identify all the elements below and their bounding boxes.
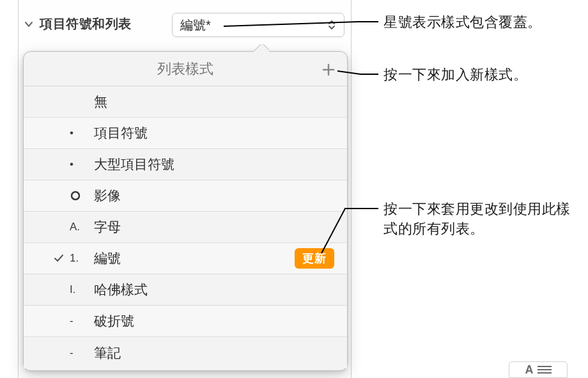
list-item[interactable]: A. 字母 [24,212,347,243]
bullet-marker: A. [70,221,94,233]
text-a-icon: A [525,363,534,377]
popover-header: 列表樣式 [24,52,347,86]
update-style-button[interactable]: 更新 [295,248,334,269]
bullet-marker: 1. [70,252,94,265]
checkmark-icon [48,253,70,264]
image-bullet-icon [70,190,94,201]
list-item[interactable]: - 破折號 [24,306,347,337]
style-label: 筆記 [94,344,334,362]
bullet-marker: • [70,127,94,139]
list-item[interactable]: • 大型項目符號 [24,149,347,180]
bullet-marker: - [70,315,94,327]
style-label: 破折號 [94,312,334,330]
dropdown-value: 編號* [180,17,327,34]
text-format-button[interactable]: A [509,361,568,378]
callout-update-all: 按一下來套用更改到使用此樣式的所有列表。 [383,200,582,239]
style-label: 編號 [94,249,295,267]
chevron-up-down-icon [327,19,336,31]
list-item[interactable]: - 筆記 [24,337,347,368]
bullet-marker: - [70,347,94,359]
style-label: 哈佛樣式 [94,281,334,299]
list-item[interactable]: I. 哈佛樣式 [24,274,347,306]
list-item[interactable]: 影像 [24,180,347,212]
style-label: 無 [94,93,334,111]
popover-arrow [254,44,269,52]
add-style-button[interactable] [320,61,337,78]
bullet-marker: I. [70,283,94,296]
style-label: 項目符號 [94,124,334,142]
list-item[interactable]: 1. 編號 更新 [24,243,347,274]
style-label: 大型項目符號 [94,155,334,173]
plus-icon [321,63,336,77]
list-item[interactable]: • 項目符號 [24,118,347,149]
style-label: 字母 [94,218,334,236]
style-label: 影像 [94,187,334,205]
bullet-marker: • [70,158,94,171]
section-label: 項目符號和列表 [40,15,132,33]
svg-point-0 [72,192,79,200]
callout-add-style: 按一下來加入新樣式。 [383,65,527,85]
callout-asterisk: 星號表示樣式包含覆蓋。 [383,13,542,33]
list-style-dropdown[interactable]: 編號* [172,13,344,37]
list-styles-popover: 列表樣式 無 • 項目符號 • 大型項目符號 影像 [23,51,348,371]
disclosure-icon[interactable] [24,20,33,29]
lines-icon [538,365,552,374]
list-item[interactable]: 無 [24,86,347,118]
style-list: 無 • 項目符號 • 大型項目符號 影像 A. 字母 1 [24,86,347,368]
popover-title: 列表樣式 [157,59,213,79]
